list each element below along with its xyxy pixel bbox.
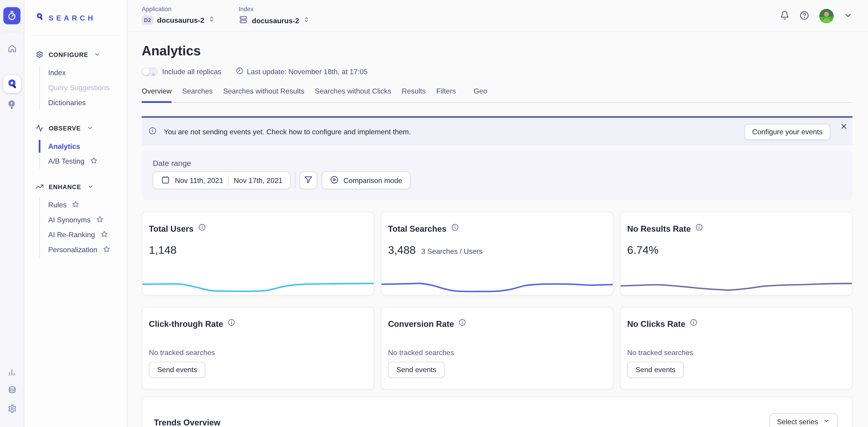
app-switcher-button[interactable] (3, 7, 21, 24)
meta-row: Include all replicas Last update: Novemb… (142, 67, 852, 76)
card-title: No Results Rate (627, 224, 691, 233)
banner-message: You are not sending events yet. Check ho… (164, 128, 411, 136)
nav-section-label: CONFIGURE (49, 52, 88, 58)
brand-logo[interactable]: SEARCH (24, 0, 127, 24)
index-select[interactable]: docusaurus-2 (239, 15, 310, 27)
info-icon[interactable] (695, 224, 703, 233)
no-results-rate-card: No Results Rate 6.74% (620, 212, 852, 295)
card-title: Total Users (149, 224, 194, 233)
sidebar-item-dictionaries[interactable]: Dictionaries (40, 95, 127, 110)
nav-section-observe: OBSERVE Analytics A/B Testing (35, 123, 127, 169)
sidebar-item-ai-synonyms[interactable]: AI Synonyms (40, 212, 127, 227)
settings-gear-icon[interactable] (7, 404, 17, 414)
data-database-icon[interactable] (7, 386, 17, 396)
info-icon[interactable] (198, 224, 206, 233)
recommend-bulb-icon[interactable] (6, 99, 18, 110)
card-title: Total Searches (388, 224, 446, 233)
trends-overview-card: Trends Overview Select series (142, 396, 852, 427)
sidebar-item-analytics[interactable]: Analytics (40, 139, 127, 154)
no-results-rate-sparkline (621, 275, 852, 294)
sidebar-item-label: Rules (48, 201, 66, 209)
sidebar-item-label: AI Synonyms (48, 216, 90, 224)
help-icon[interactable] (799, 10, 809, 22)
metric-value: 1,148 (149, 244, 177, 257)
date-range-picker[interactable]: Nov 11th, 2021 Nov 17th, 2021 (153, 171, 291, 189)
send-events-button[interactable]: Send events (627, 362, 684, 377)
search-logo-icon (35, 12, 44, 24)
nav-section-label: ENHANCE (49, 184, 81, 190)
star-icon (100, 230, 108, 239)
send-events-button[interactable]: Send events (149, 362, 206, 377)
banner-close-icon[interactable] (840, 123, 847, 132)
toggle-knob (142, 68, 150, 75)
date-range-controls: Nov 11th, 2021 Nov 17th, 2021 (153, 171, 842, 189)
sidebar-item-rules[interactable]: Rules (40, 197, 127, 212)
select-series-button[interactable]: Select series (769, 413, 837, 427)
application-label: Application (142, 5, 215, 12)
icon-rail (0, 0, 24, 427)
sidebar: SEARCH CONFIGURE Index Query Suggestions (24, 0, 127, 427)
usage-chart-icon[interactable] (7, 367, 17, 377)
nav-section-enhance-header[interactable]: ENHANCE (35, 182, 127, 192)
index-stack-icon (239, 15, 248, 27)
app: SEARCH CONFIGURE Index Query Suggestions (0, 0, 868, 427)
tab-searches-without-results[interactable]: Searches without Results (223, 87, 304, 102)
last-update-text: Last update: November 18th, at 17:05 (247, 67, 368, 75)
notifications-bell-icon[interactable] (780, 10, 789, 22)
nav-section-observe-header[interactable]: OBSERVE (35, 123, 127, 133)
logo-text: SEARCH (49, 14, 96, 22)
date-end: Nov 17th, 2021 (234, 176, 282, 184)
nav-section-configure-header[interactable]: CONFIGURE (35, 50, 127, 60)
sidebar-item-label: Dictionaries (48, 99, 86, 107)
index-label: Index (239, 5, 310, 12)
info-icon[interactable] (458, 319, 466, 329)
comparison-mode-button[interactable]: Comparison mode (322, 171, 410, 189)
stopwatch-icon (7, 10, 17, 21)
sidebar-item-ai-re-ranking[interactable]: AI Re-Ranking (40, 227, 127, 242)
vertical-divider (295, 172, 296, 188)
sidebar-item-personalization[interactable]: Personalization (40, 242, 127, 257)
nav-section-configure: CONFIGURE Index Query Suggestions Dictio… (35, 50, 127, 110)
metric-cards-row-1: Total Users 1,148 Total Searches (142, 212, 852, 295)
tab-searches-without-clicks[interactable]: Searches without Clicks (315, 87, 391, 102)
send-events-button[interactable]: Send events (388, 362, 445, 377)
tab-filters[interactable]: Filters (436, 87, 456, 102)
calendar-icon (161, 175, 170, 186)
application-selector: Application D2 docusaurus-2 (142, 5, 215, 25)
tab-searches[interactable]: Searches (182, 87, 213, 102)
home-icon[interactable] (7, 43, 17, 53)
tab-overview[interactable]: Overview (142, 87, 172, 102)
conversion-rate-card: Conversion Rate No tracked searches Send… (381, 307, 614, 389)
user-avatar[interactable] (819, 9, 834, 23)
total-users-card: Total Users 1,148 (142, 212, 374, 295)
application-select[interactable]: D2 docusaurus-2 (142, 15, 215, 26)
sidebar-item-index[interactable]: Index (40, 65, 127, 80)
chevron-down-icon (87, 183, 93, 191)
sidebar-item-label: A/B Testing (48, 157, 84, 165)
total-searches-sparkline (381, 275, 613, 294)
info-icon[interactable] (451, 224, 459, 233)
account-chevron-down-icon[interactable] (844, 11, 852, 21)
tab-geo[interactable]: Geo (474, 87, 487, 102)
filter-button[interactable] (300, 171, 318, 189)
tab-bar: Overview Searches Searches without Resul… (142, 87, 852, 103)
total-users-sparkline (142, 275, 374, 294)
configure-events-button[interactable]: Configure your events (745, 124, 830, 139)
card-title: Conversion Rate (388, 319, 454, 328)
search-product-button[interactable] (3, 75, 21, 93)
application-value: docusaurus-2 (157, 16, 204, 24)
sidebar-item-query-suggestions[interactable]: Query Suggestions (40, 80, 127, 95)
card-title: Click-through Rate (149, 319, 223, 328)
date-range-panel: Date range Nov 11th, 2021 Nov 17th, 2021 (142, 150, 852, 200)
total-searches-card: Total Searches 3,488 3 Searches / Users (381, 212, 614, 295)
include-replicas-toggle[interactable] (142, 67, 158, 75)
no-clicks-rate-card: No Clicks Rate No tracked searches Send … (620, 307, 852, 389)
tab-results[interactable]: Results (402, 87, 426, 102)
star-icon (103, 245, 110, 254)
sidebar-item-label: Index (48, 68, 66, 77)
info-icon[interactable] (227, 319, 235, 329)
index-selector: Index docusaurus-2 (239, 5, 310, 26)
info-icon[interactable] (690, 319, 698, 329)
sidebar-item-ab-testing[interactable]: A/B Testing (40, 154, 127, 169)
last-update: Last update: November 18th, at 17:05 (236, 67, 368, 76)
